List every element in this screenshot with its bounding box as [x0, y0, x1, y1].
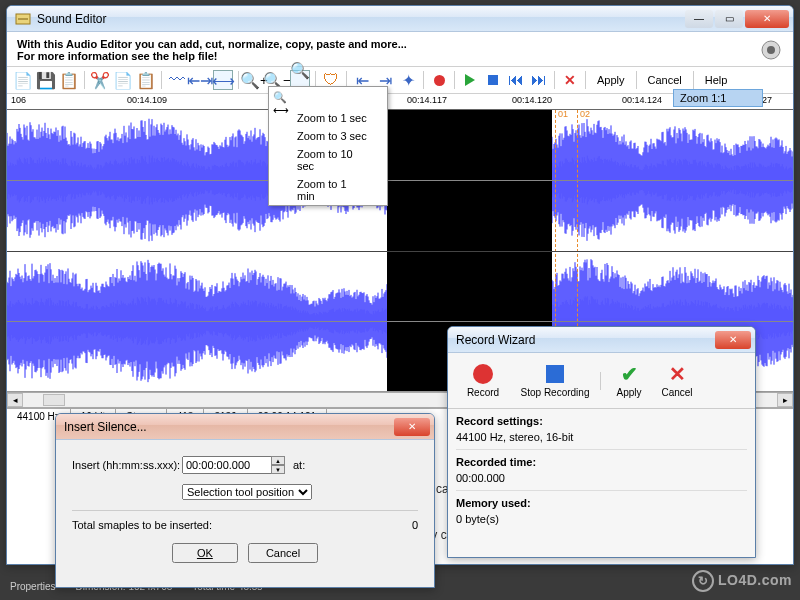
zoom-in-button[interactable]: 🔍+: [244, 70, 264, 90]
zoom-fit-icon: 🔍⟷: [273, 91, 289, 105]
record-button[interactable]: [429, 70, 449, 90]
memory-used-label: Memory used:: [456, 493, 747, 511]
record-wizard-dialog: Record Wizard ✕ Record Stop Recording ✔ …: [447, 326, 756, 558]
hint-line2: For more information see the help file!: [17, 50, 407, 62]
app-icon: [15, 11, 31, 27]
spin-down-button[interactable]: ▼: [271, 465, 285, 474]
hint-bar: With this Audio Editor you can add, cut,…: [7, 32, 793, 66]
save-button[interactable]: 💾: [36, 70, 56, 90]
at-label: at:: [293, 459, 305, 471]
record-title: Record Wizard: [456, 333, 535, 347]
scroll-right-button[interactable]: ▸: [777, 393, 793, 407]
insert-time-label: Insert (hh:mm:ss.xxx):: [72, 459, 182, 471]
new-button[interactable]: 📄: [13, 70, 33, 90]
record-btn[interactable]: Record: [454, 363, 512, 398]
record-apply-btn[interactable]: ✔ Apply: [607, 363, 651, 398]
delete-button[interactable]: ✕: [560, 70, 580, 90]
insert-ok-button[interactable]: OK: [172, 543, 238, 563]
zoom-menu-item-1-1[interactable]: Zoom 1:1: [673, 89, 763, 107]
spin-up-button[interactable]: ▲: [271, 456, 285, 465]
speaker-icon: [759, 38, 783, 62]
svg-point-2: [767, 46, 775, 54]
copy-button[interactable]: 📄: [113, 70, 133, 90]
insert-time-spinner[interactable]: ▲ ▼: [271, 456, 285, 474]
copy-report-button[interactable]: 📋: [59, 70, 79, 90]
insert-silence-dialog: Insert Silence... ✕ Insert (hh:mm:ss.xxx…: [55, 413, 435, 588]
insert-titlebar[interactable]: Insert Silence... ✕: [56, 414, 434, 440]
selection-tool-button[interactable]: ⟷: [213, 70, 233, 90]
cut-button[interactable]: ✂️: [90, 70, 110, 90]
range-tool-button[interactable]: ⇤⇥: [190, 70, 210, 90]
insert-title: Insert Silence...: [64, 420, 147, 434]
watermark-icon: ↻: [692, 570, 714, 592]
zoom-menu-header[interactable]: 🔍⟷ Zoom 1:1: [269, 87, 387, 109]
total-samples-label: Total smaples to be inserted:: [72, 519, 212, 531]
wave-tool-button[interactable]: 〰: [167, 70, 187, 90]
check-icon: ✔: [618, 363, 640, 385]
play-button[interactable]: [460, 70, 480, 90]
record-settings-label: Record settings:: [456, 411, 747, 429]
paste-button[interactable]: 📋: [136, 70, 156, 90]
stop-recording-icon: [544, 363, 566, 385]
recorded-time-label: Recorded time:: [456, 452, 747, 470]
record-toolbar: Record Stop Recording ✔ Apply ✕ Cancel: [448, 353, 755, 409]
insert-time-field[interactable]: [182, 456, 272, 474]
record-close-button[interactable]: ✕: [715, 331, 751, 349]
minimize-button[interactable]: —: [685, 10, 713, 28]
record-icon: [472, 363, 494, 385]
zoom-menu-item-3sec[interactable]: Zoom to 3 sec: [269, 127, 387, 145]
maximize-button[interactable]: ▭: [715, 10, 743, 28]
memory-used-value: 0 byte(s): [456, 511, 747, 531]
recorded-time-value: 00:00.000: [456, 470, 747, 491]
zoom-menu-item-10sec[interactable]: Zoom to 10 sec: [269, 145, 387, 175]
stop-recording-btn[interactable]: Stop Recording: [516, 363, 594, 398]
close-button[interactable]: ✕: [745, 10, 789, 28]
scroll-thumb[interactable]: [43, 394, 65, 406]
total-samples-value: 0: [412, 519, 418, 531]
record-settings-value: 44100 Hz, stereo, 16-bit: [456, 429, 747, 450]
help-button[interactable]: Help: [699, 72, 734, 88]
insert-cancel-button[interactable]: Cancel: [248, 543, 318, 563]
main-title: Sound Editor: [37, 12, 106, 26]
stop-button[interactable]: [483, 70, 503, 90]
zoom-menu-item-1sec[interactable]: Zoom to 1 sec: [269, 109, 387, 127]
record-titlebar[interactable]: Record Wizard ✕: [448, 327, 755, 353]
scroll-left-button[interactable]: ◂: [7, 393, 23, 407]
cancel-button-toolbar[interactable]: Cancel: [642, 72, 688, 88]
position-select[interactable]: Selection tool position: [182, 484, 312, 500]
next-button[interactable]: ⏭: [529, 70, 549, 90]
zoom-menu-item-1min[interactable]: Zoom to 1 min: [269, 175, 387, 205]
watermark: ↻LO4D.com: [692, 570, 792, 592]
apply-button[interactable]: Apply: [591, 72, 631, 88]
insert-close-button[interactable]: ✕: [394, 418, 430, 436]
hint-line1: With this Audio Editor you can add, cut,…: [17, 38, 407, 50]
x-icon: ✕: [666, 363, 688, 385]
zoom-dropdown-menu: 🔍⟷ Zoom 1:1 Zoom to 1 sec Zoom to 3 sec …: [268, 86, 388, 206]
record-cancel-btn[interactable]: ✕ Cancel: [655, 363, 699, 398]
center-button[interactable]: ✦: [398, 70, 418, 90]
main-titlebar[interactable]: Sound Editor — ▭ ✕: [7, 6, 793, 32]
prev-button[interactable]: ⏮: [506, 70, 526, 90]
